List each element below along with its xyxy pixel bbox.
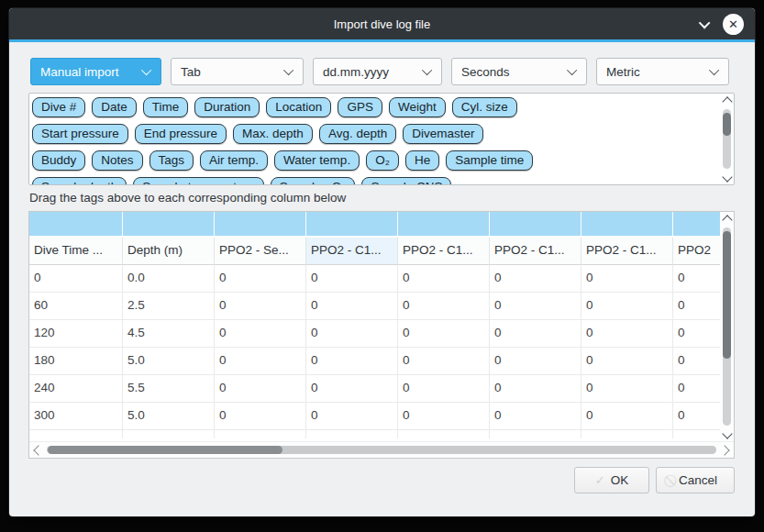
tag-air-temp-[interactable]: Air temp. — [200, 150, 268, 171]
tag-notes[interactable]: Notes — [92, 150, 142, 171]
table-vertical-scrollbar[interactable] — [720, 212, 734, 441]
table-scroll-track[interactable] — [723, 227, 731, 426]
chevron-down-icon — [283, 65, 293, 75]
tag-start-pressure[interactable]: Start pressure — [32, 124, 128, 144]
table-cell: 0 — [306, 375, 398, 403]
column-header-2[interactable]: PPO2 - Se... — [215, 238, 306, 265]
combo-metric[interactable]: Metric — [596, 58, 729, 85]
table-cell: 60 — [29, 293, 123, 320]
table-cell: 0 — [306, 265, 398, 293]
tag-dive-[interactable]: Dive # — [32, 97, 85, 117]
tag-sample-temperature[interactable]: Sample temperature — [133, 177, 263, 185]
table-row: 00.0000000 — [29, 265, 720, 293]
close-icon: ✕ — [728, 18, 738, 30]
drop-target-cell[interactable] — [29, 212, 123, 238]
window-title: Import dive log file — [334, 17, 431, 31]
scroll-left-icon[interactable] — [33, 445, 43, 455]
tag-sample-time[interactable]: Sample time — [446, 150, 533, 171]
table-cell: 300 — [29, 403, 123, 430]
scroll-right-icon[interactable] — [719, 445, 729, 455]
column-header-7[interactable]: PPO2 — [673, 238, 720, 265]
tagbox-vertical-scrollbar[interactable] — [720, 94, 734, 184]
tag-gps[interactable]: GPS — [338, 97, 382, 117]
tagbox-scroll-thumb[interactable] — [723, 113, 731, 136]
tag-sample-cns[interactable]: Sample CNS — [361, 177, 451, 185]
table-cell — [306, 430, 398, 438]
table-cell: 5.5 — [123, 375, 215, 403]
combo-dd-mm-yyyy[interactable]: dd.mm.yyyy — [313, 58, 442, 85]
titlebar[interactable]: Import dive log file ✕ — [9, 8, 755, 39]
tag-duration[interactable]: Duration — [194, 97, 260, 117]
combo-seconds[interactable]: Seconds — [451, 58, 587, 85]
combo-label: Seconds — [461, 65, 510, 79]
drop-target-cell[interactable] — [306, 212, 398, 238]
scroll-up-icon[interactable] — [722, 215, 732, 225]
check-icon: ✓ — [595, 473, 605, 487]
tag-cyl-size[interactable]: Cyl. size — [452, 97, 517, 117]
table-row: 3005.0000000 — [29, 403, 720, 430]
scroll-up-icon[interactable] — [722, 96, 732, 106]
scroll-down-icon[interactable] — [722, 428, 732, 438]
combo-label: Metric — [606, 65, 640, 79]
column-header-1[interactable]: Depth (m) — [123, 238, 215, 265]
tag-sample-depth[interactable]: Sample depth — [32, 177, 127, 185]
chevron-down-icon — [709, 65, 719, 75]
chevron-down-icon — [141, 65, 151, 75]
table-cell: 0 — [490, 265, 581, 293]
tag-location[interactable]: Location — [266, 97, 331, 117]
tag-sample-po₂[interactable]: Sample pO₂ — [271, 177, 356, 185]
table-scroll-thumb[interactable] — [723, 231, 731, 358]
tag-weight[interactable]: Weight — [389, 97, 446, 117]
tag-end-pressure[interactable]: End pressure — [135, 124, 227, 144]
h-scroll-track[interactable] — [47, 446, 716, 454]
tag-divemaster[interactable]: Divemaster — [403, 124, 483, 144]
drop-target-cell[interactable] — [123, 212, 215, 238]
drop-target-cell[interactable] — [398, 212, 490, 238]
table-horizontal-scrollbar[interactable] — [29, 441, 734, 458]
column-header-0[interactable]: Dive Time ... — [29, 238, 123, 265]
close-button[interactable]: ✕ — [723, 14, 744, 35]
drop-target-cell[interactable] — [673, 212, 720, 238]
tag-max-depth[interactable]: Max. depth — [233, 124, 313, 144]
column-header-3[interactable]: PPO2 - C1... — [306, 238, 398, 265]
tag-he[interactable]: He — [405, 150, 439, 171]
table-cell: 0 — [29, 265, 123, 293]
tag-buddy[interactable]: Buddy — [32, 150, 85, 171]
tag-water-temp-[interactable]: Water temp. — [274, 150, 360, 171]
drop-target-cell[interactable] — [490, 212, 581, 238]
combo-tab[interactable]: Tab — [171, 58, 304, 85]
table-cell: 0 — [581, 348, 673, 375]
tag-o₂[interactable]: O₂ — [366, 150, 399, 171]
drop-target-cell[interactable] — [215, 212, 306, 238]
tag-row: BuddyNotesTagsAir temp.Water temp.O₂HeSa… — [32, 150, 718, 171]
drop-target-cell[interactable] — [581, 212, 673, 238]
table-cell — [673, 430, 720, 438]
tagbox-scroll-track[interactable] — [723, 109, 731, 169]
scroll-down-icon[interactable] — [722, 172, 732, 182]
table-cell: 0 — [215, 293, 306, 320]
tag-date[interactable]: Date — [92, 97, 137, 117]
table-cell: 0 — [306, 320, 398, 348]
tag-avg-depth[interactable]: Avg. depth — [319, 124, 396, 144]
table-row: 1805.0000000 — [29, 348, 720, 375]
cancel-button[interactable]: ⃠ Cancel — [656, 467, 735, 493]
table-cell: 0 — [398, 403, 490, 430]
tag-time[interactable]: Time — [143, 97, 189, 117]
table-cell — [123, 430, 215, 438]
table-cell: 0 — [490, 320, 581, 348]
table-cell: 0 — [581, 403, 673, 430]
tag-tags[interactable]: Tags — [149, 150, 194, 171]
column-header-4[interactable]: PPO2 - C1... — [398, 238, 490, 265]
table-cell: 0 — [581, 320, 673, 348]
combo-manual-import[interactable]: Manual import — [30, 58, 161, 85]
table-cell: 0 — [673, 293, 720, 320]
chevron-down-icon[interactable] — [699, 17, 711, 28]
table-cell: 0 — [215, 348, 306, 375]
table-cell: 0 — [490, 375, 581, 403]
table-cell: 120 — [29, 320, 123, 348]
ok-button[interactable]: ✓ OK — [574, 467, 649, 493]
column-header-6[interactable]: PPO2 - C1... — [581, 238, 673, 265]
h-scroll-thumb[interactable] — [48, 446, 282, 454]
table-header-row: Dive Time ...Depth (m)PPO2 - Se...PPO2 -… — [29, 238, 720, 265]
column-header-5[interactable]: PPO2 - C1... — [490, 238, 581, 265]
